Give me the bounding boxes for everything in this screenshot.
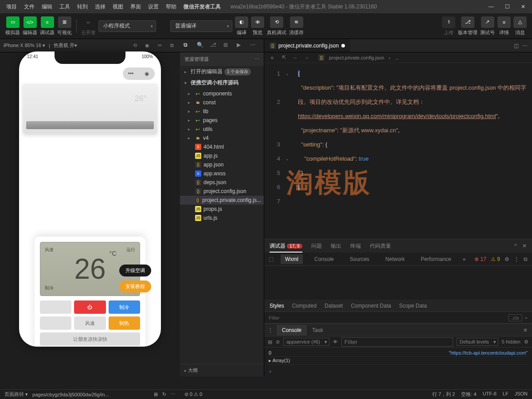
compile-mode-dropdown[interactable]: 普通编译 xyxy=(170,20,232,32)
debug-tab-debugger[interactable]: 调试器 17, 9 xyxy=(270,242,302,250)
folder-utils[interactable]: ▸▸▪utils xyxy=(180,125,264,134)
styles-tab[interactable]: Styles xyxy=(270,303,284,309)
problems-status[interactable]: ⊘ 0 ⚠ 0 xyxy=(184,391,202,397)
message-button[interactable]: △消息 xyxy=(513,16,527,36)
dock-icon[interactable]: ⧉ xyxy=(524,256,528,262)
more-tab-icon[interactable]: ⋯ xyxy=(250,42,258,50)
computed-tab[interactable]: Computed xyxy=(292,303,317,309)
version-button[interactable]: ⎇版本管理 xyxy=(458,16,477,36)
file-404[interactable]: 5404.html xyxy=(180,142,264,151)
styles-filter[interactable]: Filter xyxy=(269,315,279,320)
spaces-indicator[interactable]: 空格: 4 xyxy=(461,391,476,398)
cloud-button[interactable]: ∞云开发 xyxy=(81,16,96,36)
context-selector[interactable]: appservice (#6) xyxy=(283,338,329,346)
file-projectconfig[interactable]: {}project.config.json xyxy=(180,187,264,196)
remote-cool-button[interactable]: 制冷 xyxy=(109,300,140,314)
kebab-icon[interactable]: ⋮ xyxy=(514,256,519,262)
fwd-icon[interactable]: → xyxy=(303,54,310,61)
explorer-tab-icon[interactable]: ⧉ xyxy=(184,42,192,50)
editor-button[interactable]: </>编辑器 xyxy=(23,16,37,36)
upgrade-button[interactable]: 升级空调 xyxy=(119,265,151,277)
compile-button[interactable]: ◐编译 xyxy=(235,16,248,36)
devtool-perf[interactable]: Performance xyxy=(416,254,456,264)
clear-cache-button[interactable]: ≋清缓存 xyxy=(289,16,304,36)
code-content[interactable]: { "description": "项目私有配置文件。此文件中的内容将覆盖 pr… xyxy=(294,63,532,239)
sim-icon1[interactable]: ⊞ xyxy=(154,391,158,397)
project-root[interactable]: ▾便携空调小程序源码 xyxy=(180,77,264,88)
panel-close-icon[interactable]: ✕ xyxy=(522,243,527,249)
devtool-wxml[interactable]: Wxml xyxy=(281,254,303,264)
remote-share-button[interactable]: 让朋友凉快凉快 xyxy=(40,332,140,346)
debugger-button[interactable]: ≡调试器 xyxy=(40,16,55,36)
device-selector[interactable]: iPhone X 85% 16 ▾ xyxy=(4,43,45,48)
menu-settings[interactable]: 设置 xyxy=(145,1,161,12)
minimize-icon[interactable]: — xyxy=(486,1,497,12)
dataset-tab[interactable]: Dataset xyxy=(325,303,343,309)
debug-tab-problems[interactable]: 问题 xyxy=(311,242,322,250)
code-editor[interactable]: 1 2 34567 ⌄⌄ { "description": "项目私有配置文件。… xyxy=(264,63,532,239)
menu-select[interactable]: 选择 xyxy=(92,1,108,12)
lang-indicator[interactable]: JSON xyxy=(515,391,528,398)
file-appjson[interactable]: {}app.json xyxy=(180,160,264,169)
sim-icon3[interactable]: ⋯ xyxy=(171,391,176,397)
menu-help[interactable]: 帮助 xyxy=(163,1,179,12)
folder-const[interactable]: ▸🖿const xyxy=(180,98,264,107)
error-count[interactable]: ⊗ 17 xyxy=(474,256,486,262)
compdata-tab[interactable]: Component Data xyxy=(351,303,391,309)
console-sidebar-icon[interactable]: ▤ xyxy=(268,339,272,345)
capsule-menu-icon[interactable]: ••• xyxy=(123,67,139,80)
menu-wx[interactable]: 微信开发者工具 xyxy=(181,1,223,12)
ext-tab-icon[interactable]: ⊞ xyxy=(223,42,231,50)
hidden-count[interactable]: 5 hidden xyxy=(502,339,520,344)
remote-blank-button[interactable] xyxy=(40,316,71,330)
hotreload-toggle[interactable]: 热重载 开▾ xyxy=(54,42,77,49)
scopedata-tab[interactable]: Scope Data xyxy=(399,303,427,309)
scm-tab-icon[interactable]: ⎇ xyxy=(210,42,218,50)
drawer-close-icon[interactable]: ✕ xyxy=(519,327,532,333)
maximize-icon[interactable]: ☐ xyxy=(502,1,512,12)
inspect-icon[interactable]: ⬚ xyxy=(269,256,274,262)
eol-indicator[interactable]: LF xyxy=(503,391,509,398)
eye-icon[interactable]: 👁 xyxy=(333,339,338,344)
devtool-network[interactable]: Network xyxy=(381,254,409,264)
remote-power-button[interactable]: ⏻ xyxy=(74,300,106,314)
console-prompt[interactable]: › xyxy=(264,367,532,376)
encoding-indicator[interactable]: UTF-8 xyxy=(483,391,497,398)
more-icon[interactable]: ⋯ xyxy=(522,43,528,49)
drawer-toggle-icon[interactable]: ⋮ xyxy=(264,327,277,333)
breadcrumb[interactable]: project.private.config.json xyxy=(329,55,384,60)
debug-tab-output[interactable]: 输出 xyxy=(331,242,341,250)
page-path-label[interactable]: 页面路径 ▾ xyxy=(4,391,28,398)
nav-icon[interactable]: ≡ xyxy=(269,54,276,61)
explorer-more-icon[interactable]: ⋯ xyxy=(254,56,259,62)
gear-icon[interactable]: ⚙ xyxy=(524,339,528,345)
devtool-sources[interactable]: Sources xyxy=(345,254,374,264)
bookmark-icon[interactable]: ⇱ xyxy=(280,54,287,61)
folder-v4[interactable]: ▸🖿v4 xyxy=(180,134,264,142)
remote-blank-button[interactable] xyxy=(40,300,71,314)
menu-tool[interactable]: 工具 xyxy=(57,1,73,12)
cls-toggle[interactable]: .cls xyxy=(509,314,522,321)
record-icon[interactable]: ◉ xyxy=(143,41,152,50)
clear-console-icon[interactable]: ⊘ xyxy=(276,339,280,345)
back-icon[interactable]: ← xyxy=(292,54,299,61)
file-props[interactable]: JSprops.js xyxy=(180,205,264,213)
menu-edit[interactable]: 编辑 xyxy=(39,1,55,12)
folder-pages[interactable]: ▸▸▪pages xyxy=(180,116,264,125)
install-button[interactable]: 安装教程 xyxy=(119,280,151,292)
visual-button[interactable]: ⊞可视化 xyxy=(57,16,72,36)
file-appjs[interactable]: JSapp.js xyxy=(180,151,264,160)
open-editors-section[interactable]: ▸打开的编辑器1 个未保存 xyxy=(180,66,264,77)
console-filter-input[interactable] xyxy=(341,337,453,347)
panel-up-icon[interactable]: ^ xyxy=(514,243,517,249)
levels-selector[interactable]: Default levels xyxy=(457,338,498,346)
test-button[interactable]: ↗测试号 xyxy=(480,16,495,36)
devtool-more-icon[interactable]: » xyxy=(463,256,466,262)
search-tab-icon[interactable]: 🔍 xyxy=(197,42,205,50)
file-deps[interactable]: {}deps.json xyxy=(180,178,264,187)
cursor-position[interactable]: 行 7，列 2 xyxy=(432,391,455,398)
folder-lib[interactable]: ▸▸▪lib xyxy=(180,107,264,116)
capsule-close-icon[interactable]: ◉ xyxy=(139,67,155,80)
gear-icon[interactable]: ⚙ xyxy=(505,256,509,262)
upload-button[interactable]: ⬆上传 xyxy=(442,16,455,36)
